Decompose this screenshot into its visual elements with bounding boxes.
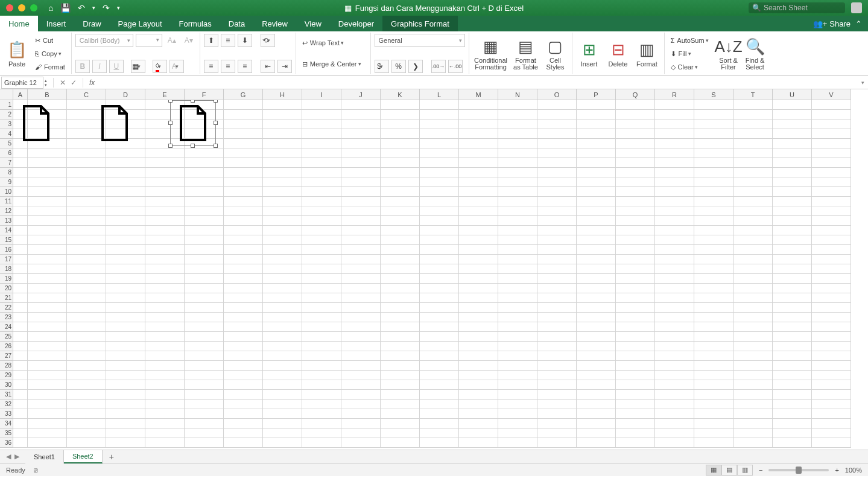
resize-handle-sw[interactable] <box>168 144 173 148</box>
cell-Q3[interactable] <box>616 119 655 129</box>
cell-U5[interactable] <box>773 139 812 148</box>
cell-D33[interactable] <box>106 409 145 419</box>
cell-K23[interactable] <box>381 313 420 322</box>
column-header-I[interactable]: I <box>302 89 341 100</box>
column-header-R[interactable]: R <box>655 89 694 100</box>
cell-R28[interactable] <box>655 361 694 371</box>
cell-V36[interactable] <box>812 438 851 448</box>
cell-P32[interactable] <box>577 400 616 409</box>
cell-B13[interactable] <box>28 216 67 226</box>
tab-home[interactable]: Home <box>0 16 38 31</box>
cell-V4[interactable] <box>812 129 851 139</box>
cell-C27[interactable] <box>67 351 106 361</box>
cell-H12[interactable] <box>263 206 302 216</box>
cell-V20[interactable] <box>812 284 851 293</box>
cell-H25[interactable] <box>263 332 302 342</box>
cell-M36[interactable] <box>459 438 498 448</box>
cell-E27[interactable] <box>145 351 185 361</box>
collapse-ribbon-button[interactable]: ⌃ <box>855 19 862 28</box>
cell-O18[interactable] <box>537 264 577 274</box>
cell-B30[interactable] <box>28 380 67 390</box>
cell-K5[interactable] <box>381 139 420 148</box>
cell-S35[interactable] <box>694 428 733 438</box>
cell-H20[interactable] <box>263 284 302 293</box>
cell-G18[interactable] <box>224 264 263 274</box>
undo-dropdown-icon[interactable]: ▾ <box>92 5 95 11</box>
cell-R31[interactable] <box>655 390 694 400</box>
cell-R22[interactable] <box>655 303 694 313</box>
row-header-11[interactable]: 11 <box>0 197 13 206</box>
cell-O13[interactable] <box>537 216 577 226</box>
cell-L6[interactable] <box>420 148 459 158</box>
number-format-select[interactable]: General <box>375 34 465 47</box>
name-box-steppers[interactable]: ▴▾ <box>45 78 47 87</box>
cell-V1[interactable] <box>812 100 851 110</box>
cell-T21[interactable] <box>733 293 773 303</box>
cell-O7[interactable] <box>537 158 577 168</box>
cell-J22[interactable] <box>341 303 381 313</box>
cell-I28[interactable] <box>302 361 341 371</box>
cell-U32[interactable] <box>773 400 812 409</box>
cell-D9[interactable] <box>106 177 145 187</box>
cell-U20[interactable] <box>773 284 812 293</box>
cell-I32[interactable] <box>302 400 341 409</box>
cell-S10[interactable] <box>694 187 733 197</box>
cell-V34[interactable] <box>812 419 851 428</box>
cell-S13[interactable] <box>694 216 733 226</box>
macro-record-icon[interactable]: ⎚ <box>34 467 38 474</box>
cell-P33[interactable] <box>577 409 616 419</box>
cell-Q9[interactable] <box>616 177 655 187</box>
cell-H2[interactable] <box>263 110 302 119</box>
cell-E33[interactable] <box>145 409 185 419</box>
cell-R15[interactable] <box>655 235 694 245</box>
autosum-button[interactable]: ΣAutoSum▾ <box>668 34 714 46</box>
row-header-7[interactable]: 7 <box>0 158 13 168</box>
cell-G35[interactable] <box>224 428 263 438</box>
row-header-13[interactable]: 13 <box>0 216 13 226</box>
cell-K32[interactable] <box>381 400 420 409</box>
cell-E28[interactable] <box>145 361 185 371</box>
cell-C12[interactable] <box>67 206 106 216</box>
cell-I22[interactable] <box>302 303 341 313</box>
cell-N24[interactable] <box>498 322 537 332</box>
cell-S36[interactable] <box>694 438 733 448</box>
cell-N16[interactable] <box>498 245 537 255</box>
cell-T32[interactable] <box>733 400 773 409</box>
cell-B27[interactable] <box>28 351 67 361</box>
user-avatar[interactable] <box>851 2 862 13</box>
cell-J8[interactable] <box>341 168 381 177</box>
cell-L15[interactable] <box>420 235 459 245</box>
cell-G6[interactable] <box>224 148 263 158</box>
cell-S5[interactable] <box>694 139 733 148</box>
cell-G34[interactable] <box>224 419 263 428</box>
cell-F29[interactable] <box>185 371 224 380</box>
cell-P22[interactable] <box>577 303 616 313</box>
cell-A17[interactable] <box>13 255 28 264</box>
cell-M34[interactable] <box>459 419 498 428</box>
cell-H18[interactable] <box>263 264 302 274</box>
cell-R12[interactable] <box>655 206 694 216</box>
cell-K10[interactable] <box>381 187 420 197</box>
currency-button[interactable]: $▾ <box>375 60 389 73</box>
cell-E24[interactable] <box>145 322 185 332</box>
cell-H21[interactable] <box>263 293 302 303</box>
cell-V2[interactable] <box>812 110 851 119</box>
cell-V18[interactable] <box>812 264 851 274</box>
cell-U8[interactable] <box>773 168 812 177</box>
cell-G3[interactable] <box>224 119 263 129</box>
column-header-H[interactable]: H <box>263 89 302 100</box>
cell-C33[interactable] <box>67 409 106 419</box>
cell-N12[interactable] <box>498 206 537 216</box>
row-header-16[interactable]: 16 <box>0 245 13 255</box>
cell-C34[interactable] <box>67 419 106 428</box>
cell-U16[interactable] <box>773 245 812 255</box>
align-left-button[interactable]: ≡ <box>204 60 218 73</box>
cell-T1[interactable] <box>733 100 773 110</box>
cell-V24[interactable] <box>812 322 851 332</box>
row-header-18[interactable]: 18 <box>0 264 13 274</box>
cell-U24[interactable] <box>773 322 812 332</box>
tab-insert[interactable]: Insert <box>38 16 75 31</box>
cell-C18[interactable] <box>67 264 106 274</box>
cell-H11[interactable] <box>263 197 302 206</box>
cell-I16[interactable] <box>302 245 341 255</box>
